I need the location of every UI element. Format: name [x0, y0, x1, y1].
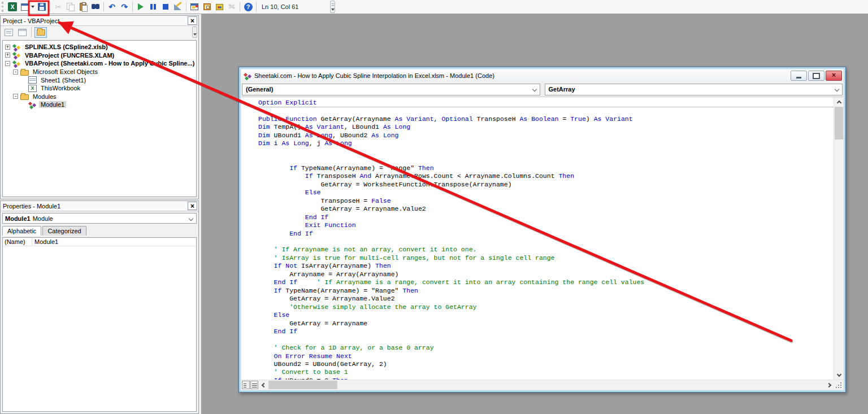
horizontal-scroll-thumb[interactable]	[268, 381, 337, 389]
code-line[interactable]: End If ' If Arrayname is a range, conver…	[258, 278, 834, 286]
code-line[interactable]: If Not IsArray(Arrayname) Then	[258, 262, 834, 270]
help-button[interactable]	[242, 1, 254, 13]
view-code-button[interactable]	[2, 27, 15, 38]
code-line[interactable]: On Error Resume Next	[258, 352, 834, 360]
tree-item[interactable]: ThisWorkbook	[3, 84, 196, 93]
tree-item[interactable]: -Microsoft Excel Objects	[3, 68, 196, 76]
tab-alphabetic[interactable]: Alphabetic	[2, 226, 41, 236]
toggle-folders-button[interactable]	[34, 27, 47, 38]
scroll-up-icon[interactable]	[834, 97, 844, 106]
code-line[interactable]	[258, 238, 834, 246]
view-object-button[interactable]	[16, 27, 28, 38]
code-line[interactable]: GetArray = Arrayname.Value2	[258, 205, 834, 213]
save-button[interactable]	[36, 1, 48, 13]
code-line[interactable]: TransposeH = False	[258, 197, 834, 205]
tree-item-label[interactable]: Modules	[31, 93, 58, 100]
paste-button[interactable]	[77, 1, 89, 13]
tree-item[interactable]: Module1	[3, 101, 196, 109]
tree-item-label[interactable]: VBAProject (FUNCRES.XLAM)	[23, 52, 116, 59]
code-line[interactable]: End If	[258, 328, 834, 335]
property-value[interactable]: Module1	[32, 238, 196, 246]
code-line[interactable]: Else	[258, 311, 834, 319]
code-window-titlebar[interactable]: Sheetaki.com - How to Apply Cubic Spline…	[241, 69, 843, 82]
code-line[interactable]: If TypeName(Arrayname) = "Range" Then	[258, 164, 834, 172]
code-line[interactable]: ' If Arrayname is not an array, convert …	[258, 246, 834, 254]
code-line[interactable]: Dim UBound1 As Long, UBound2 As Long	[258, 132, 834, 140]
horizontal-scroll-track[interactable]	[267, 380, 825, 390]
code-line[interactable]: If TypeName(Arrayname) = "Range" Then	[258, 287, 834, 295]
tab-categorized[interactable]: Categorized	[42, 226, 86, 236]
tree-item-label[interactable]: Sheet1 (Sheet1)	[39, 77, 88, 84]
property-row[interactable]: (Name) Module1	[3, 238, 196, 246]
run-button[interactable]	[134, 1, 147, 13]
tree-item[interactable]: -VBAProject (Sheetaki.com - How to Apply…	[3, 59, 196, 68]
scroll-down-icon[interactable]	[834, 371, 844, 380]
code-line[interactable]: Public Function GetArray(Arrayname As Va…	[258, 115, 834, 123]
code-line[interactable]: Option Explicit	[258, 99, 834, 107]
code-line[interactable]	[258, 156, 834, 164]
code-line[interactable]: GetArray = WorksheetFunction.Transpose(A…	[258, 181, 834, 189]
project-panel-close-icon[interactable]: ×	[188, 16, 197, 25]
code-line[interactable]: Arrayname = Array(Arrayname)	[258, 271, 834, 278]
view-microsoft-excel-button[interactable]	[6, 1, 19, 13]
properties-panel-titlebar[interactable]: Properties - Module1 ×	[1, 201, 198, 211]
minimize-button[interactable]	[791, 71, 807, 81]
vertical-scroll-thumb[interactable]	[835, 107, 843, 140]
expand-icon[interactable]: +	[5, 53, 10, 58]
code-line[interactable]: Dim TempA() As Variant, LBound1 As Long	[258, 123, 834, 131]
design-mode-button[interactable]	[172, 1, 184, 13]
code-line[interactable]: End If	[258, 213, 834, 221]
tree-item-label[interactable]: VBAProject (Sheetaki.com - How to Apply …	[23, 60, 196, 67]
redo-button[interactable]	[118, 1, 131, 13]
code-editor[interactable]: Option Explicit Public Function GetArray…	[241, 97, 834, 380]
code-line[interactable]: Exit Function	[258, 221, 834, 229]
code-line[interactable]: If TransposeH And Arrayname.Rows.Count <…	[258, 172, 834, 180]
collapse-icon[interactable]: -	[13, 94, 18, 99]
toolbar-overflow-handle[interactable]	[330, 1, 335, 13]
toolbox-button[interactable]	[225, 1, 238, 13]
tree-item-label[interactable]: Microsoft Excel Objects	[31, 68, 99, 75]
insert-userform-button[interactable]	[19, 1, 31, 13]
copy-button[interactable]	[64, 1, 77, 13]
vertical-scrollbar[interactable]	[834, 97, 843, 380]
code-line[interactable]	[258, 148, 834, 156]
project-explorer-button[interactable]	[188, 1, 201, 13]
code-line[interactable]: Dim i As Long, j As Long	[258, 140, 834, 147]
code-line[interactable]: 'Otherwise simply allocate the array to …	[258, 303, 834, 311]
code-line[interactable]: Else	[258, 189, 834, 197]
tree-item[interactable]: Sheet1 (Sheet1)	[3, 76, 196, 84]
procedure-view-button[interactable]	[242, 381, 250, 389]
break-button[interactable]	[147, 1, 159, 13]
expand-icon[interactable]: +	[5, 45, 10, 50]
project-panel-titlebar[interactable]: Project - VBAProject ×	[1, 16, 198, 26]
dropdown-caret-icon[interactable]	[31, 6, 34, 8]
code-line[interactable]	[258, 336, 834, 344]
code-line[interactable]: End If	[258, 230, 834, 238]
collapse-icon[interactable]: -	[5, 61, 10, 66]
tree-item[interactable]: +VBAProject (FUNCRES.XLAM)	[3, 51, 196, 60]
object-combo[interactable]: (General)	[242, 84, 540, 95]
code-line[interactable]: ' Check for a 1D array, or a base 0 arra…	[258, 344, 834, 352]
code-line[interactable]	[258, 107, 834, 115]
procedure-combo[interactable]: GetArray	[545, 84, 843, 95]
scroll-left-icon[interactable]	[258, 380, 267, 390]
code-line[interactable]: ' IsArray is true for multi-cell ranges,…	[258, 254, 834, 262]
scroll-right-icon[interactable]	[825, 380, 834, 390]
find-button[interactable]	[89, 1, 102, 13]
tree-item[interactable]: +SPLINE.XLS (CSpline2.xlsb)	[3, 43, 196, 51]
toolbar-grip[interactable]	[2, 2, 5, 12]
code-line[interactable]: GetArray = Arrayname	[258, 320, 834, 328]
code-line[interactable]: GetArray = Arrayname.Value2	[258, 295, 834, 303]
object-browser-button[interactable]	[213, 1, 225, 13]
object-selector-combo[interactable]: Module1 Module	[2, 213, 197, 224]
code-line[interactable]: ' Convert to base 1	[258, 368, 834, 376]
tree-item[interactable]: -Modules	[3, 93, 196, 101]
undo-button[interactable]	[106, 1, 118, 13]
tree-item-label[interactable]: SPLINE.XLS (CSpline2.xlsb)	[23, 43, 110, 50]
properties-window-button[interactable]	[201, 1, 213, 13]
collapse-icon[interactable]: -	[13, 69, 18, 75]
reset-button[interactable]	[159, 1, 172, 13]
properties-panel-close-icon[interactable]: ×	[188, 202, 197, 210]
code-line[interactable]: UBound2 = UBound(GetArray, 2)	[258, 360, 834, 368]
cut-button[interactable]	[52, 1, 64, 13]
